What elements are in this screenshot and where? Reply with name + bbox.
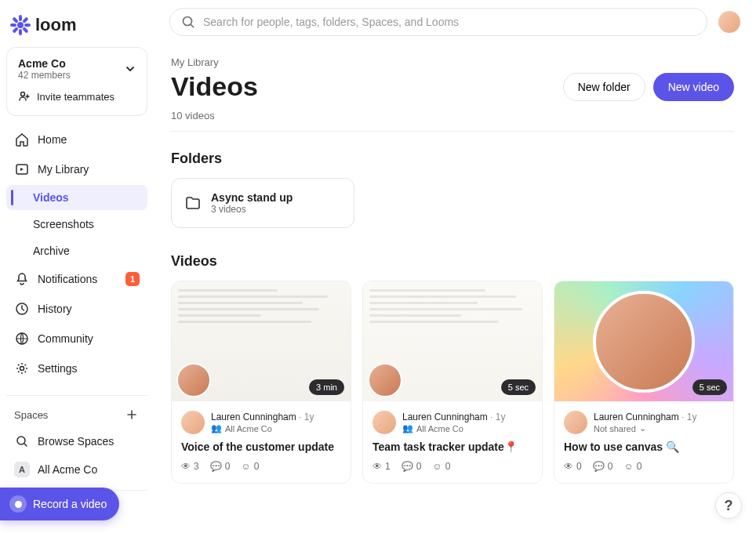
space-all-acme[interactable]: A All Acme Co bbox=[6, 455, 147, 484]
logo[interactable]: loom bbox=[6, 9, 147, 47]
svg-rect-3 bbox=[10, 24, 16, 27]
library-icon bbox=[14, 161, 30, 177]
videos-heading: Videos bbox=[171, 253, 734, 270]
eye-icon: 👁 bbox=[564, 461, 573, 472]
video-card[interactable]: 3 min Lauren Cunningham · 1y 👥All Acme C… bbox=[171, 281, 351, 484]
svg-point-13 bbox=[20, 367, 24, 371]
smile-icon: ☺ bbox=[432, 461, 442, 472]
eye-icon: 👁 bbox=[181, 461, 191, 472]
workspace-members: 42 members bbox=[18, 70, 71, 81]
gear-icon bbox=[14, 361, 30, 376]
logo-text: loom bbox=[35, 15, 77, 35]
search-icon bbox=[14, 433, 30, 449]
presenter-bubble bbox=[368, 363, 402, 397]
search-icon bbox=[181, 15, 195, 29]
video-title: Team task tracker update📍 bbox=[373, 441, 532, 453]
record-icon bbox=[9, 495, 27, 513]
svg-rect-2 bbox=[19, 29, 22, 35]
author-avatar bbox=[181, 411, 205, 434]
nav-library[interactable]: My Library bbox=[6, 155, 147, 183]
page-title: Videos bbox=[171, 71, 258, 102]
duration-badge: 3 min bbox=[309, 379, 344, 395]
new-folder-button[interactable]: New folder bbox=[563, 73, 645, 101]
presenter-bubble bbox=[593, 291, 695, 393]
comment-icon: 💬 bbox=[210, 461, 222, 472]
folder-count: 3 videos bbox=[211, 204, 293, 215]
smile-icon: ☺ bbox=[623, 461, 633, 472]
home-icon bbox=[14, 132, 30, 147]
svg-rect-4 bbox=[24, 24, 31, 27]
author-avatar bbox=[564, 411, 587, 434]
video-title: Voice of the customer update bbox=[181, 441, 341, 453]
nav-community[interactable]: Community bbox=[6, 325, 147, 353]
author-avatar bbox=[373, 411, 396, 434]
folder-icon bbox=[184, 194, 202, 212]
add-space-button[interactable] bbox=[124, 407, 140, 422]
folder-card[interactable]: Async stand up 3 videos bbox=[171, 178, 354, 228]
workspace-switcher: Acme Co 42 members Invite teammates bbox=[6, 47, 147, 116]
svg-point-0 bbox=[17, 22, 24, 28]
duration-badge: 5 sec bbox=[501, 379, 536, 395]
svg-rect-5 bbox=[22, 16, 28, 23]
workspace-name: Acme Co bbox=[18, 57, 71, 70]
people-icon: 👥 bbox=[402, 423, 413, 433]
space-avatar: A bbox=[14, 462, 30, 477]
record-video-button[interactable]: Record a video bbox=[0, 488, 119, 520]
nav-settings[interactable]: Settings bbox=[6, 354, 147, 383]
breadcrumb[interactable]: My Library bbox=[171, 56, 734, 68]
loom-icon bbox=[9, 14, 31, 36]
comment-icon: 💬 bbox=[593, 461, 605, 472]
video-title: How to use canvas 🔍 bbox=[564, 441, 724, 453]
svg-point-9 bbox=[21, 92, 25, 96]
video-thumbnail: 3 min bbox=[172, 281, 351, 401]
people-icon: 👥 bbox=[211, 423, 222, 433]
chevron-down-icon bbox=[125, 63, 136, 74]
presenter-bubble bbox=[176, 363, 211, 397]
video-thumbnail: 5 sec bbox=[554, 281, 733, 401]
notif-badge: 1 bbox=[125, 272, 140, 286]
clock-icon bbox=[14, 301, 30, 317]
spaces-heading: Spaces bbox=[14, 409, 48, 421]
search-bar[interactable] bbox=[169, 8, 707, 36]
globe-icon bbox=[14, 331, 30, 346]
svg-rect-6 bbox=[12, 27, 18, 33]
smile-icon: ☺ bbox=[241, 461, 250, 472]
browse-spaces[interactable]: Browse Spaces bbox=[6, 427, 147, 455]
nav-history[interactable]: History bbox=[6, 295, 147, 323]
comment-icon: 💬 bbox=[402, 461, 413, 472]
bell-icon bbox=[14, 271, 30, 287]
folders-heading: Folders bbox=[171, 150, 734, 167]
nav-archive[interactable]: Archive bbox=[6, 238, 147, 263]
video-card[interactable]: 5 sec Lauren Cunningham · 1y 👥All Acme C… bbox=[362, 281, 543, 484]
svg-rect-7 bbox=[12, 16, 18, 23]
nav-screenshots[interactable]: Screenshots bbox=[6, 212, 147, 237]
nav-videos[interactable]: Videos bbox=[6, 185, 147, 210]
nav-notifications[interactable]: Notifications 1 bbox=[6, 265, 147, 293]
video-count: 10 videos bbox=[171, 110, 734, 121]
folder-name: Async stand up bbox=[211, 191, 293, 204]
duration-badge: 5 sec bbox=[692, 379, 727, 395]
svg-rect-8 bbox=[22, 27, 28, 33]
eye-icon: 👁 bbox=[373, 461, 382, 472]
chevron-down-icon[interactable]: ⌄ bbox=[639, 423, 646, 433]
video-thumbnail: 5 sec bbox=[363, 281, 542, 401]
user-plus-icon bbox=[18, 90, 31, 103]
svg-rect-1 bbox=[19, 15, 22, 21]
invite-teammates[interactable]: Invite teammates bbox=[13, 84, 140, 109]
new-video-button[interactable]: New video bbox=[653, 73, 734, 101]
search-input[interactable] bbox=[203, 16, 696, 28]
svg-point-15 bbox=[184, 17, 192, 26]
user-avatar[interactable] bbox=[718, 11, 740, 33]
nav-home[interactable]: Home bbox=[6, 125, 147, 154]
help-button[interactable]: ? bbox=[715, 492, 742, 519]
video-card[interactable]: 5 sec Lauren Cunningham · 1y Not shared … bbox=[554, 281, 734, 484]
workspace-toggle[interactable]: Acme Co 42 members bbox=[13, 54, 140, 84]
